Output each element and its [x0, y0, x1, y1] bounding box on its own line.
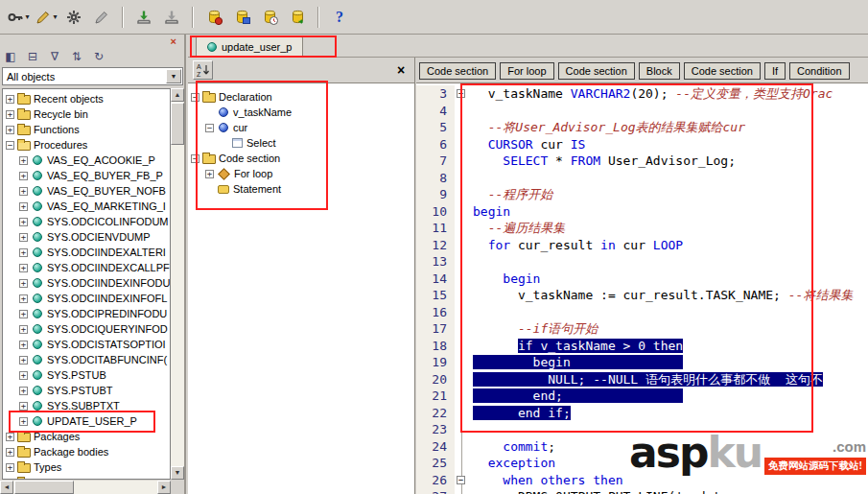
tree-item-sys-odcipredinfodu[interactable]: +SYS.ODCIPREDINFODU — [3, 306, 170, 321]
tree-item-update-user-p[interactable]: +UPDATE_USER_P — [3, 413, 170, 429]
tree-item-sys-odcistatsoptioi[interactable]: +SYS.ODCISTATSOPTIOI — [3, 337, 170, 352]
code-line-27[interactable]: 27 DBMS_OUTPUT.PUT_LINE('update_user_p — [416, 488, 868, 494]
path-button-code-section-0[interactable]: Code section — [419, 62, 496, 80]
object-tree-horizontal-scrollbar[interactable]: ◄ ► — [0, 481, 171, 494]
code-line-12[interactable]: 12 for cur_result in cur LOOP — [416, 237, 868, 254]
collapse-icon[interactable]: − — [191, 93, 199, 102]
expand-icon[interactable]: + — [19, 417, 28, 426]
db-sql-window-icon[interactable] — [229, 5, 254, 30]
code-line-20[interactable]: 20 NULL; --NULL 语句表明什么事都不做 这句不 — [416, 371, 868, 388]
browser-close-icon[interactable]: × — [171, 36, 176, 47]
expand-icon[interactable]: + — [6, 463, 14, 472]
code-line-6[interactable]: 6 CURSOR cur IS — [416, 136, 868, 153]
tree-item-sys-pstub[interactable]: +SYS.PSTUB — [3, 367, 170, 383]
chevron-down-icon[interactable]: ▼ — [166, 69, 181, 83]
db-session-icon[interactable] — [201, 5, 226, 30]
tab-update-user-p[interactable]: update_user_p — [196, 35, 303, 57]
expand-icon[interactable]: + — [19, 156, 28, 165]
path-button-block-3[interactable]: Block — [639, 62, 680, 80]
code-line-19[interactable]: 19 begin — [416, 354, 868, 371]
tree-item-procedures[interactable]: −Procedures — [3, 137, 170, 153]
tree-item-functions[interactable]: +Functions — [3, 122, 170, 137]
save-icon[interactable] — [131, 5, 156, 30]
expand-icon[interactable]: + — [6, 110, 14, 119]
code-line-15[interactable]: 15 v_taskName := cur_result.TASK_NAME; -… — [416, 287, 868, 304]
edit-pen-icon[interactable] — [89, 5, 114, 30]
expand-icon[interactable]: + — [19, 218, 28, 226]
expand-icon[interactable]: + — [19, 387, 28, 395]
code-line-14[interactable]: 14 begin — [416, 271, 868, 288]
code-line-17[interactable]: 17 --if语句开始 — [416, 320, 868, 338]
expand-icon[interactable]: + — [19, 402, 28, 411]
dock-panel-icon[interactable]: ◧ — [3, 49, 18, 64]
tree-item-sys-odciindexinfodu[interactable]: +SYS.ODCIINDEXINFODU — [3, 275, 170, 291]
code-line-7[interactable]: 7 SELECT * FROM User_Advisor_Log; — [416, 153, 868, 170]
code-line-3[interactable]: 3− v_taskName VARCHAR2(20); --定义变量，类型支持O… — [416, 85, 868, 103]
collapse-icon[interactable]: − — [6, 141, 14, 150]
tree-item-recent-objects[interactable]: +Recent objects — [3, 91, 170, 106]
tree-item-select[interactable]: Select — [188, 135, 414, 151]
fold-collapse-icon[interactable]: − — [457, 89, 465, 98]
help-icon[interactable]: ? — [327, 5, 352, 30]
tree-item-sys-odcienvdump[interactable]: +SYS.ODCIENVDUMP — [3, 229, 170, 245]
expand-icon[interactable]: + — [19, 356, 28, 365]
tree-item-types[interactable]: +Types — [3, 459, 170, 475]
collapse-icon[interactable]: − — [191, 154, 199, 163]
expand-icon[interactable]: + — [6, 479, 14, 481]
path-button-if-5[interactable]: If — [764, 62, 786, 80]
code-line-13[interactable]: 13 — [416, 253, 868, 271]
code-line-8[interactable]: 8 — [416, 170, 868, 187]
tree-item-for-loop[interactable]: +For loop — [188, 166, 414, 181]
path-button-for-loop-1[interactable]: For loop — [500, 62, 553, 80]
tree-item-vas-eq-marketing-i[interactable]: +VAS_EQ_MARKETING_I — [3, 199, 170, 214]
sort-objects-icon[interactable]: ⇅ — [69, 49, 84, 64]
sort-az-button[interactable]: A Z — [193, 60, 213, 80]
db-execute-icon[interactable] — [285, 5, 310, 30]
expand-icon[interactable]: + — [19, 202, 28, 211]
expand-icon[interactable]: + — [19, 264, 28, 272]
code-line-5[interactable]: 5 --将User_Advisor_Log表的结果集赋给cur — [416, 119, 868, 136]
tree-item-packages[interactable]: +Packages — [3, 429, 170, 444]
tree-item-code-section[interactable]: −Code section — [188, 151, 414, 166]
path-button-code-section-2[interactable]: Code section — [558, 62, 635, 80]
expand-icon[interactable]: + — [205, 170, 214, 178]
new-object-pencil-icon[interactable]: ▾ — [34, 5, 59, 30]
tree-item-package-bodies[interactable]: +Package bodies — [3, 444, 170, 459]
scroll-down-icon[interactable]: ▼ — [171, 466, 184, 480]
tree-item-statement[interactable]: Statement — [188, 181, 414, 197]
expand-icon[interactable]: + — [19, 248, 28, 257]
tree-item-sys-odciindexalteri[interactable]: +SYS.ODCIINDEXALTERI — [3, 245, 170, 260]
tree-item-sys-pstubt[interactable]: +SYS.PSTUBT — [3, 383, 170, 398]
scroll-up-icon[interactable]: ▲ — [171, 88, 184, 102]
code-line-18[interactable]: 18 if v_taskName > 0 then — [416, 338, 868, 355]
object-tree-vertical-scrollbar[interactable]: ▲ ▼ — [171, 88, 184, 480]
tree-item-recycle-bin[interactable]: +Recycle bin — [3, 106, 170, 122]
code-line-10[interactable]: 10begin — [416, 203, 868, 221]
expand-icon[interactable]: + — [6, 126, 14, 134]
session-key-icon[interactable]: ▾ — [6, 5, 31, 30]
tree-item-sys-odciqueryinfod[interactable]: +SYS.ODCIQUERYINFOD — [3, 321, 170, 337]
tree-item-vas-eq-buyer-nofb[interactable]: +VAS_EQ_BUYER_NOFB — [3, 183, 170, 199]
filter-icon[interactable]: ∇ — [47, 49, 62, 64]
expand-icon[interactable]: + — [19, 187, 28, 196]
expand-icon[interactable]: + — [6, 95, 14, 104]
expand-icon[interactable]: + — [19, 310, 28, 318]
code-line-16[interactable]: 16 — [416, 304, 868, 321]
scroll-left-icon[interactable]: ◄ — [0, 481, 13, 494]
tree-item-sys-odcicolinfodum[interactable]: +SYS.ODCICOLINFODUM — [3, 214, 170, 229]
tree-item-sys-odcitabfuncinf[interactable]: +SYS.ODCITABFUNCINF( — [3, 352, 170, 367]
expand-icon[interactable]: + — [19, 233, 28, 242]
expand-icon[interactable]: + — [6, 448, 14, 457]
scroll-right-icon[interactable]: ► — [157, 481, 171, 494]
code-line-9[interactable]: 9 --程序开始 — [416, 186, 868, 203]
object-filter-combo[interactable]: All objects ▼ — [2, 67, 183, 85]
save-all-icon[interactable] — [159, 5, 184, 30]
structure-close-button[interactable]: × — [392, 62, 410, 78]
expand-icon[interactable]: + — [19, 325, 28, 334]
scrollbar-thumb[interactable] — [171, 103, 184, 145]
tree-item-type-bodies[interactable]: +Type bodies — [3, 475, 170, 480]
code-line-4[interactable]: 4 — [416, 103, 868, 120]
tree-item-cur[interactable]: −cur — [188, 120, 414, 135]
code-line-21[interactable]: 21 end; — [416, 388, 868, 405]
expand-icon[interactable]: + — [19, 172, 28, 180]
